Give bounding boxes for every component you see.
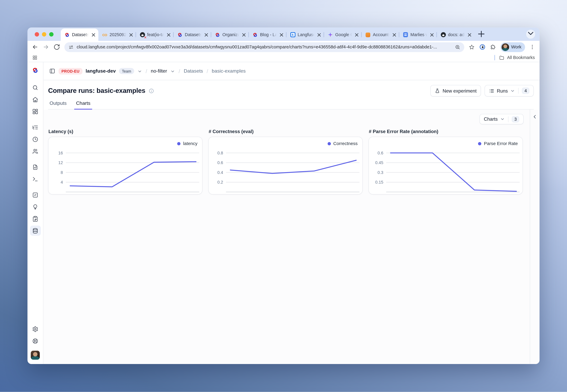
sidebar-item-support[interactable] <box>30 336 41 346</box>
plus-icon <box>477 29 486 40</box>
arrow-left-icon <box>32 45 38 51</box>
tab-search-chevron-button[interactable] <box>526 30 535 39</box>
tab-title: Marlies we <box>411 32 427 37</box>
tab-close-icon[interactable] <box>241 32 247 38</box>
tab-title: 20250923 <box>110 32 126 37</box>
browser-tab-0[interactable]: Datasets | L <box>61 28 99 41</box>
sidebar-bottom-items <box>30 324 41 348</box>
browser-tab-5[interactable]: Blog - Lang <box>249 28 286 41</box>
new-tab-button[interactable] <box>477 30 486 39</box>
svg-text:16: 16 <box>58 151 63 155</box>
zoom-page-icon[interactable] <box>455 44 460 50</box>
password-manager-extension-button[interactable] <box>479 44 485 50</box>
sidebar-item-search[interactable] <box>30 83 41 93</box>
charts-dropdown-button[interactable]: Charts 3 <box>480 114 524 124</box>
tab-close-icon[interactable] <box>279 32 284 38</box>
langfuse-app: PROD-EU langfuse-dev Team / no-filter / … <box>28 62 540 364</box>
address-bar[interactable]: cloud.langfuse.com/project/cmfwgv8fx002o… <box>64 42 464 52</box>
back-button[interactable] <box>32 44 38 50</box>
bookmark-star-button[interactable] <box>468 44 475 50</box>
close-window-button[interactable] <box>35 32 39 36</box>
breadcrumb-datasets-link[interactable]: Datasets <box>184 68 203 74</box>
sidebar-item-settings[interactable] <box>30 324 41 334</box>
info-icon[interactable] <box>149 88 154 94</box>
site-settings-icon[interactable] <box>68 44 74 50</box>
tab-charts[interactable]: Charts <box>75 100 91 109</box>
colab-favicon-icon: CO <box>102 32 107 38</box>
org-switcher-button[interactable] <box>137 69 142 73</box>
browser-tab-3[interactable]: Datasets | L <box>173 28 211 41</box>
tab-close-icon[interactable] <box>91 32 96 38</box>
url-text[interactable]: cloud.langfuse.com/project/cmfwgv8fx002o… <box>77 44 452 49</box>
browser-tab-10[interactable]: docs: add <box>437 28 474 41</box>
tab-outputs[interactable]: Outputs <box>49 100 68 109</box>
legend-label: Correctness <box>333 141 358 146</box>
langfuse-favicon-icon <box>215 32 220 38</box>
browser-profile-button[interactable]: Work <box>500 42 525 52</box>
reload-button[interactable] <box>54 44 60 50</box>
apps-grid-button[interactable] <box>32 55 38 60</box>
project-name[interactable]: no-filter <box>151 68 167 74</box>
sidebar-items <box>30 83 41 238</box>
all-bookmarks-button[interactable]: All Bookmarks <box>494 55 535 60</box>
chart-card: Correctness0.20.40.60.8 <box>208 137 363 195</box>
sidebar-item-tracing[interactable] <box>30 122 41 132</box>
sidebar-item-insights[interactable] <box>30 202 41 212</box>
chart-title: # Correctness (eval) <box>209 129 363 134</box>
tab-close-icon[interactable] <box>128 32 134 38</box>
sidebar-item-playground[interactable] <box>30 174 41 184</box>
sidebar-item-annotation[interactable] <box>30 214 41 224</box>
browser-tab-6[interactable]: 6Langfuse - <box>286 28 324 41</box>
browser-tab-7[interactable]: Google Ge <box>324 28 362 41</box>
tab-close-icon[interactable] <box>429 32 435 38</box>
chart-line-series <box>230 160 356 173</box>
tab-close-icon[interactable] <box>204 32 209 38</box>
browser-tab-8[interactable]: Accounts | <box>362 28 399 41</box>
sidebar-item-sessions[interactable] <box>30 134 41 144</box>
forward-button[interactable] <box>43 44 49 50</box>
browser-tab-9[interactable]: Marlies we <box>399 28 437 41</box>
collapse-rail <box>530 110 540 364</box>
extensions-button[interactable] <box>490 44 496 50</box>
sidebar-item-dashboards[interactable] <box>30 106 41 116</box>
project-switcher-button[interactable] <box>170 69 175 73</box>
langfuse-logo[interactable] <box>32 67 39 74</box>
sidebar-toggle-button[interactable] <box>49 68 55 74</box>
minimize-window-button[interactable] <box>42 32 46 36</box>
tab-close-icon[interactable] <box>467 32 472 38</box>
tab-close-icon[interactable] <box>316 32 322 38</box>
sidebar-item-users[interactable] <box>30 146 41 156</box>
new-experiment-button[interactable]: New experiment <box>430 85 481 97</box>
bookmarks-bar: All Bookmarks <box>28 53 540 62</box>
environment-badge[interactable]: PROD-EU <box>58 68 82 74</box>
runs-dropdown-button[interactable]: Runs 4 <box>484 85 534 97</box>
title-row: Compare runs: basic-examples New experim… <box>48 85 534 97</box>
svg-text:0.4: 0.4 <box>217 170 223 175</box>
browser-tab-4[interactable]: Organizatio <box>211 28 249 41</box>
home-icon <box>32 96 38 102</box>
sidebar-item-prompts[interactable] <box>30 162 41 172</box>
zoom-window-button[interactable] <box>49 32 54 36</box>
browser-tab-1[interactable]: CO20250923 <box>98 28 136 41</box>
sidebar-item-evaluation[interactable] <box>30 190 41 200</box>
organization-name[interactable]: langfuse-dev <box>86 68 116 74</box>
chart-legend: Correctness <box>327 141 358 146</box>
tab-close-icon[interactable] <box>166 32 171 38</box>
window-controls <box>35 28 53 41</box>
charts-row: Latency (s)latency481216# Correctness (e… <box>48 129 524 195</box>
browser-tab-2[interactable]: feat(io-tab <box>136 28 174 41</box>
tab-close-icon[interactable] <box>354 32 359 38</box>
user-avatar[interactable] <box>31 351 40 360</box>
sidebar-item-datasets[interactable] <box>30 226 41 236</box>
chart-legend: Parse Error Rate <box>478 141 518 146</box>
tab-title: Google Ge <box>335 32 352 37</box>
page-title: Compare runs: basic-examples <box>48 87 145 95</box>
lightbulb-icon <box>32 204 38 210</box>
list-tree-icon <box>32 124 38 130</box>
chart-1: # Correctness (eval)Correctness0.20.40.6… <box>208 129 363 195</box>
breadcrumb-separator: / <box>178 68 181 74</box>
collapse-panel-button[interactable] <box>532 114 537 119</box>
tab-close-icon[interactable] <box>392 32 397 38</box>
browser-menu-button[interactable] <box>529 44 535 50</box>
sidebar-item-home[interactable] <box>30 94 41 104</box>
